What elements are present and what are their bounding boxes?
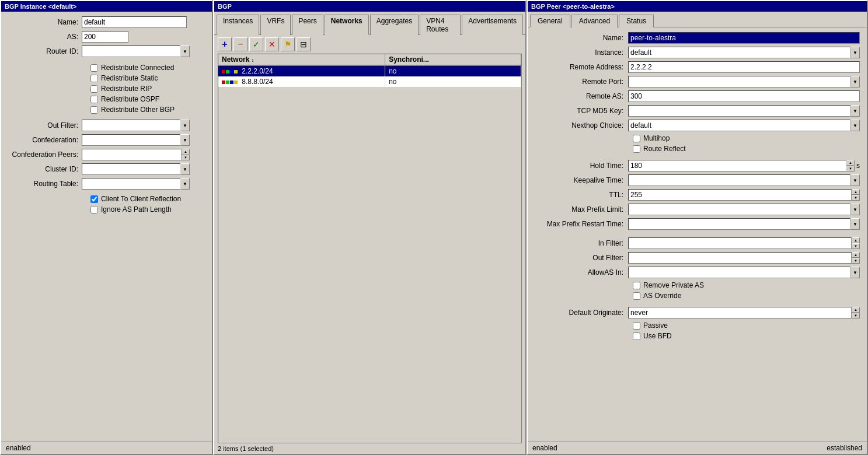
route-reflect-checkbox[interactable] [633,145,640,153]
confederation-input[interactable] [82,134,180,146]
hold-time-input[interactable] [628,160,846,172]
col-synchroni[interactable]: Synchroni... [385,54,521,65]
tcp-md5-input[interactable] [628,105,850,117]
in-filter-input[interactable] [628,237,852,249]
passive-label: Passive [643,321,668,330]
remote-address-input[interactable] [628,61,860,73]
default-originate-label: Default Originate: [535,309,628,317]
use-bfd-checkbox[interactable] [633,332,640,340]
routing-table-input[interactable] [82,178,180,190]
routerid-label: Router ID: [6,47,82,55]
add-button[interactable]: + [218,37,232,51]
confederation-row: Confederation: ▼ [6,134,207,146]
as-override-checkbox[interactable] [633,292,640,300]
out-filter-field: ▼ [82,120,190,131]
as-input[interactable] [82,31,128,43]
passive-checkbox[interactable] [633,322,640,330]
routing-table-dropdown-btn[interactable]: ▼ [180,178,190,190]
cancel-button[interactable]: ✕ [265,37,279,51]
in-filter-up[interactable]: ▲ [852,237,860,243]
redistribute-other-bgp-checkbox[interactable] [90,106,98,114]
max-prefix-limit-input[interactable] [628,204,850,215]
remove-button[interactable]: − [233,37,247,51]
ttl-down[interactable]: ▼ [852,195,860,201]
client-to-client-checkbox[interactable] [90,195,98,203]
ignore-as-path-checkbox[interactable] [90,206,98,214]
peer-name-input[interactable] [628,32,860,44]
tab-peers[interactable]: Peers [292,15,323,35]
confederation-peers-down[interactable]: ▼ [182,155,190,160]
remote-port-dropdown-btn[interactable]: ▼ [850,76,860,88]
remove-private-as-checkbox[interactable] [633,282,640,289]
table-row[interactable]: 8.8.8.0/24 no [218,76,521,87]
redistribute-connected-checkbox[interactable] [90,64,98,72]
apply-button[interactable]: ✓ [249,37,263,51]
routerid-dropdown-btn[interactable]: ▼ [180,46,190,57]
peer-instance-row: Instance: ▼ [535,47,860,58]
nexthop-choice-input[interactable] [628,120,850,131]
max-prefix-restart-dropdown-btn[interactable]: ▼ [850,218,860,230]
allowas-in-input[interactable] [628,267,850,278]
in-filter-down[interactable]: ▼ [852,243,860,249]
ttl-up[interactable]: ▲ [852,189,860,195]
redistribute-static-checkbox[interactable] [90,75,98,82]
right-tabs-bar: General Advanced Status [528,12,867,27]
tab-status[interactable]: Status [619,15,654,27]
routerid-input[interactable] [82,46,180,57]
as-row: AS: [6,31,207,43]
remote-as-input[interactable] [628,90,860,102]
multihop-checkbox[interactable] [633,135,640,142]
nexthop-choice-dropdown-btn[interactable]: ▼ [850,120,860,131]
default-originate-up[interactable]: ▲ [852,307,860,313]
tab-vrfs[interactable]: VRFs [260,15,291,35]
cluster-id-row: Cluster ID: ▼ [6,163,207,175]
ttl-input[interactable] [628,189,852,201]
hold-time-down[interactable]: ▼ [846,166,855,172]
out-filter-dropdown-btn[interactable]: ▼ [180,120,190,131]
tcp-md5-dropdown-btn[interactable]: ▼ [850,105,860,117]
filter-button[interactable]: ⊟ [297,37,311,51]
allowas-in-row: AllowAS In: ▼ [535,267,860,278]
allowas-in-dropdown-btn[interactable]: ▼ [850,267,860,278]
peer-instance-dropdown-btn[interactable]: ▼ [850,47,860,58]
nexthop-choice-row: Nexthop Choice: ▼ [535,120,860,131]
peer-instance-input[interactable] [628,47,850,58]
redistribute-ospf-checkbox[interactable] [90,96,98,103]
max-prefix-restart-row: Max Prefix Restart Time: ▼ [535,218,860,230]
tab-general[interactable]: General [530,15,570,27]
table-row[interactable]: 2.2.2.0/24 no [218,65,521,76]
tab-vpn4-routes[interactable]: VPN4 Routes [420,15,461,35]
col-network[interactable]: Network ↕ [218,54,385,65]
right-out-filter-down[interactable]: ▼ [852,258,860,264]
cluster-id-input[interactable] [82,163,180,175]
right-out-filter-spin: ▲ ▼ [852,252,860,264]
hold-time-up[interactable]: ▲ [846,160,855,166]
name-input[interactable] [82,16,187,28]
max-prefix-limit-dropdown-btn[interactable]: ▼ [850,204,860,215]
tab-advertisements[interactable]: Advertisements [462,15,523,35]
redistribute-rip-checkbox[interactable] [90,85,98,93]
tab-advanced[interactable]: Advanced [571,15,618,27]
keepalive-dropdown-btn[interactable]: ▼ [850,174,860,186]
cluster-id-dropdown-btn[interactable]: ▼ [180,163,190,175]
confederation-peers-up[interactable]: ▲ [182,149,190,155]
remote-port-input[interactable] [628,76,850,88]
keepalive-input[interactable] [628,174,850,186]
default-originate-down[interactable]: ▼ [852,313,860,318]
out-filter-input[interactable] [82,120,180,131]
max-prefix-restart-input[interactable] [628,218,850,230]
confederation-peers-input[interactable] [82,149,182,160]
flag-button[interactable]: ⚑ [281,37,295,51]
right-out-filter-input[interactable] [628,252,852,264]
tab-networks[interactable]: Networks [325,15,369,35]
redistribute-ospf-label: Redistribute OSPF [101,95,159,103]
right-out-filter-up[interactable]: ▲ [852,252,860,258]
nexthop-choice-dropdown: ▼ [628,120,860,131]
redistribute-static-label: Redistribute Static [101,74,158,82]
redistribute-rip-label: Redistribute RIP [101,85,152,93]
redistribute-static-row: Redistribute Static [6,74,207,82]
tab-aggregates[interactable]: Aggregates [370,15,419,35]
confederation-dropdown-btn[interactable]: ▼ [180,134,190,146]
default-originate-input[interactable] [628,307,852,318]
tab-instances[interactable]: Instances [217,15,259,35]
